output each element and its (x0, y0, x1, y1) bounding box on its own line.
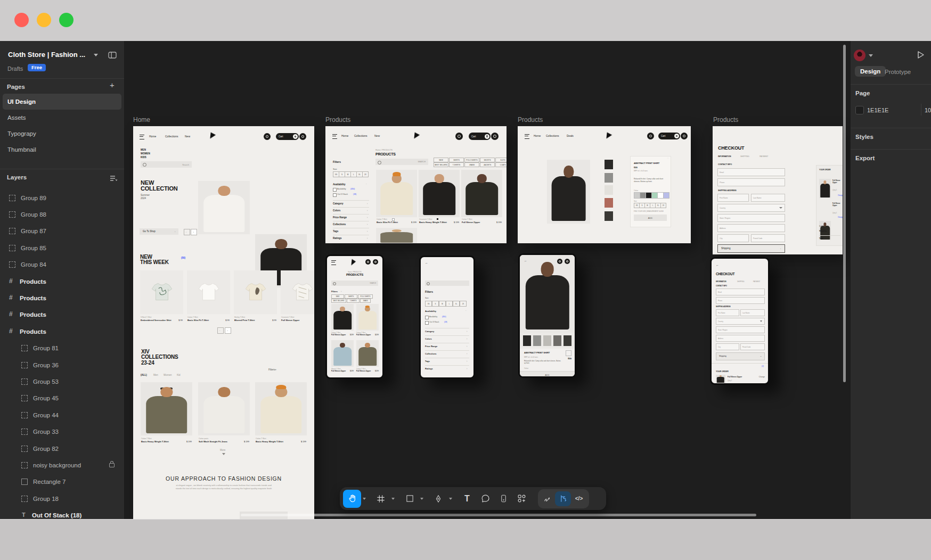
page-opacity[interactable]: 100 (925, 107, 931, 113)
mobile-frame-products[interactable]: Home / PRODUCTS PRODUCTS SEARCH Filters … (325, 254, 384, 379)
horizontal-scrollbar[interactable] (241, 514, 756, 516)
window-titlebar[interactable] (0, 0, 931, 42)
product-card[interactable]: Cotton T Shirt Full Sleeve Zipper $ 199 (461, 170, 502, 223)
page-item[interactable]: Thumbnail (3, 142, 121, 158)
layer-row[interactable]: Group 36 (0, 357, 124, 373)
layer-row[interactable]: Out Of Stack (18) (0, 507, 124, 519)
product-card[interactable]: Sketch T-Shirt Full Sleeve Zipper $199 (331, 340, 354, 373)
frame-label-products-2[interactable]: Products (518, 116, 543, 123)
mobile-frame-checkout[interactable]: ← CHECKOUT INFORMATION SHIPPING PAYMENT … (710, 257, 770, 385)
product-card[interactable]: Cotton pants Soft Wash Straight Fit Jean… (198, 382, 250, 445)
layer-row[interactable]: Group 18 (0, 490, 124, 507)
hand-tool-menu[interactable] (361, 490, 368, 508)
layer-row[interactable]: Group 89 (0, 190, 124, 206)
draw-mode-icon[interactable] (540, 490, 555, 508)
layer-row[interactable]: Group 44 (0, 407, 124, 423)
frame-checkout[interactable]: CHECKOUT INFORMATION SHIPPING PAYMENT CO… (713, 126, 843, 254)
layer-row[interactable]: Group 45 (0, 390, 124, 407)
frame-label-products-1[interactable]: Products (325, 116, 350, 123)
styles-section-header[interactable]: Styles (855, 134, 873, 140)
layer-row[interactable]: noisy background (0, 457, 124, 473)
frame-product-detail[interactable]: Home Collections Deals Cart ♡ ABSTRACT P… (518, 126, 691, 243)
product-card[interactable]: V-Neck T-Shirt Embroidered Seersucker Sh… (140, 270, 183, 324)
layer-row[interactable]: Rectangle 7 (0, 474, 124, 490)
file-location[interactable]: Drafts (7, 65, 23, 72)
page-color-hex[interactable]: 1E1E1E (867, 107, 888, 113)
layer-row[interactable]: Group 87 (0, 223, 124, 240)
frame-home[interactable]: Home Collections New Cart MEN WOMEN KIDS… (133, 126, 314, 520)
layer-row[interactable]: Group 53 (0, 373, 124, 390)
add-page-icon[interactable]: + (110, 80, 115, 89)
page-item-selected[interactable]: UI Design (3, 94, 121, 110)
layer-row[interactable]: Products (0, 323, 124, 340)
frame-tool-menu[interactable] (390, 490, 396, 508)
layer-row[interactable]: Products (0, 307, 124, 323)
comment-tool[interactable] (476, 490, 494, 508)
frame-tool[interactable] (372, 490, 390, 508)
product-card[interactable]: Henley T-Shirt Blurred Print T-Shirt $ 9… (234, 270, 277, 324)
layers-options-icon[interactable] (110, 175, 117, 182)
product-card[interactable]: Cotton T Shirt Full Sleeve Zipper $199 (356, 340, 379, 373)
chevron-down-icon[interactable] (94, 54, 98, 56)
mobile-frame-detail[interactable]: ← ABSTRACT PRINT SHIRT ♡ MRP incl. of al… (518, 253, 576, 378)
last-name-field: Last Name (740, 309, 765, 316)
page-section-header[interactable]: Page (855, 90, 870, 96)
actions-tool[interactable] (512, 490, 530, 508)
phone-field: Phone (717, 178, 785, 186)
pen-tool-menu[interactable] (447, 490, 454, 508)
search-icon (427, 282, 430, 285)
minimize-window-button[interactable] (37, 13, 51, 27)
nav-link: New (374, 134, 380, 137)
product-card[interactable]: Crewneck T-Shirt Full Sleeve Zipper (281, 270, 314, 324)
file-title[interactable]: Cloth Store | Fashion ... (8, 51, 85, 59)
export-section-header[interactable]: Export (855, 155, 875, 161)
tab-prototype[interactable]: Prototype (885, 69, 911, 75)
mobile-frame-filters[interactable]: ← Filters Size XS S M L XL 2X Availabili… (419, 256, 475, 379)
close-window-button[interactable] (14, 13, 29, 27)
frame-label-home[interactable]: Home (133, 116, 150, 123)
pen-tool[interactable] (429, 490, 447, 508)
layer-row[interactable]: Products (0, 273, 124, 290)
section-title: NEW (140, 254, 152, 259)
maximize-window-button[interactable] (59, 13, 74, 27)
shape-tool-menu[interactable] (419, 490, 425, 508)
product-card[interactable]: Cotton T Shirt Basic Slim Fit T-Shirt $ … (376, 170, 417, 223)
frame-products-list[interactable]: Home Collections New Cart Home / PRODUCT… (325, 126, 507, 243)
hand-tool[interactable] (343, 490, 361, 508)
chevron-down-icon[interactable] (869, 54, 873, 57)
product-card[interactable]: Cotton T Shirt Full Sleeve Zipper $199 (331, 304, 354, 337)
layer-row[interactable]: Group 81 (0, 340, 124, 357)
product-card[interactable]: Crewneck T-Shirt Basic Heavy Weight T-Sh… (419, 170, 460, 223)
layer-row[interactable]: Group 85 (0, 240, 124, 256)
filter-tab: (ALL) (141, 374, 147, 376)
shape-tool[interactable] (401, 490, 419, 508)
present-play-icon[interactable] (915, 50, 926, 60)
layer-row[interactable]: Group 88 (0, 206, 124, 223)
thumbnail (605, 198, 613, 208)
product-card[interactable]: Cotton T Shirt Full Sleeve Zipper $199 (356, 304, 379, 337)
code-mode-icon[interactable]: </> (571, 490, 587, 508)
lock-icon[interactable] (109, 463, 115, 467)
layer-row[interactable]: Group 84 (0, 257, 124, 273)
page-item[interactable]: Assets (3, 110, 121, 126)
product-card[interactable]: Cotton T Shirt Basic Slim Fit T-Shirt $ … (187, 270, 230, 324)
layer-row[interactable]: Group 33 (0, 423, 124, 440)
layer-row[interactable]: Group 82 (0, 440, 124, 457)
dev-mode-toggle[interactable] (555, 491, 571, 506)
text-tool[interactable]: T (458, 490, 476, 508)
vertical-scrollbar[interactable] (843, 45, 846, 382)
group-icon (21, 496, 28, 502)
device-preview-tool[interactable] (494, 490, 512, 508)
product-card[interactable]: Cotton T Shirt Basic Heavy Weight T-Shir… (255, 382, 307, 445)
toggle-sidebar-icon[interactable] (108, 52, 117, 59)
frame-label-products-3[interactable]: Products (713, 116, 738, 123)
tab-design[interactable]: Design (855, 66, 886, 77)
account-icon (565, 259, 570, 264)
page-item[interactable]: Typograpy (3, 126, 121, 142)
settings-icon (365, 259, 371, 265)
avatar[interactable] (854, 50, 865, 61)
page-color-swatch[interactable] (855, 106, 864, 114)
figma-app-window: Home Products Products Products Home Col… (0, 0, 931, 560)
layer-row[interactable]: Products (0, 290, 124, 306)
product-card[interactable]: Cotton T Shirt Basic Heavy Weight T-Shir… (141, 382, 192, 445)
